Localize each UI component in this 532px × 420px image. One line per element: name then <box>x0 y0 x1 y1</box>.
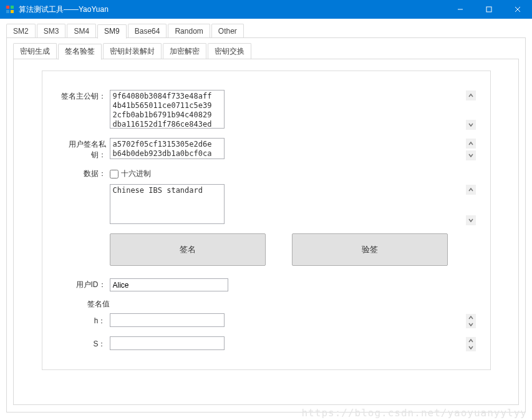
sub-tab-panel: 签名主公钥： 用户签名私钥： <box>13 59 519 405</box>
svg-rect-0 <box>6 6 9 9</box>
s-label: S： <box>56 339 110 349</box>
data-label: 数据： <box>56 168 110 179</box>
scrollbar <box>466 185 476 225</box>
s-input[interactable] <box>110 336 225 350</box>
window-client-area: SM2SM3SM4SM9Base64RandomOther 密钥生成签名验签密钥… <box>0 19 532 420</box>
top-tab-other[interactable]: Other <box>211 24 244 38</box>
top-tab-sm4[interactable]: SM4 <box>67 24 96 38</box>
scrollbar <box>466 139 476 160</box>
user-sign-sk-wrapper <box>110 138 476 161</box>
app-icon <box>5 4 15 14</box>
form-group: 签名主公钥： 用户签名私钥： <box>42 71 491 370</box>
s-wrapper <box>110 336 476 352</box>
scrollbar <box>466 90 476 130</box>
scroll-up-button[interactable] <box>466 139 476 149</box>
top-tab-sm9[interactable]: SM9 <box>97 24 127 39</box>
top-tab-sm2[interactable]: SM2 <box>6 24 36 38</box>
user-id-label: 用户ID： <box>56 280 110 290</box>
svg-rect-3 <box>11 10 14 13</box>
scroll-down-button[interactable] <box>466 321 476 329</box>
sign-master-pk-wrapper <box>110 90 476 130</box>
window-title: 算法测试工具——YaoYuan <box>19 4 446 15</box>
top-tab-panel: 密钥生成签名验签密钥封装解封加密解密密钥交换 签名主公钥： <box>6 37 526 413</box>
user-sign-sk-input[interactable] <box>110 138 225 159</box>
sign-master-pk-label: 签名主公钥： <box>56 90 110 102</box>
sub-tab-strip: 密钥生成签名验签密钥封装解封加密解密密钥交换 <box>13 43 519 59</box>
svg-rect-1 <box>11 6 14 9</box>
data-text-input[interactable] <box>110 184 225 224</box>
window-minimize-button[interactable] <box>446 0 475 19</box>
window-titlebar: 算法测试工具——YaoYuan <box>0 0 532 19</box>
top-tab-strip: SM2SM3SM4SM9Base64RandomOther <box>6 24 526 38</box>
scroll-down-button[interactable] <box>466 120 476 130</box>
data-text-wrapper <box>110 184 476 226</box>
hex-checkbox[interactable] <box>110 170 118 178</box>
scroll-down-button[interactable] <box>466 344 476 352</box>
window-maximize-button[interactable] <box>475 0 503 19</box>
sub-tab[interactable]: 加密解密 <box>163 43 206 59</box>
sign-master-pk-input[interactable] <box>110 90 225 129</box>
h-input[interactable] <box>110 313 225 327</box>
verify-button[interactable]: 验签 <box>292 233 448 266</box>
hex-checkbox-label: 十六进制 <box>121 168 151 179</box>
hex-checkbox-wrapper[interactable]: 十六进制 <box>110 168 151 179</box>
svg-rect-5 <box>486 7 491 12</box>
sub-tab[interactable]: 密钥生成 <box>13 43 57 59</box>
scroll-up-button[interactable] <box>466 337 476 344</box>
window-close-button[interactable] <box>503 0 532 19</box>
top-tab-sm3[interactable]: SM3 <box>37 24 66 38</box>
scroll-up-button[interactable] <box>466 90 476 100</box>
sub-tab[interactable]: 密钥交换 <box>208 43 251 59</box>
user-id-input[interactable] <box>110 278 228 291</box>
sign-value-section-label: 签名值 <box>87 299 476 310</box>
svg-rect-2 <box>6 10 9 13</box>
scroll-down-button[interactable] <box>466 215 476 225</box>
scroll-up-button[interactable] <box>466 314 476 321</box>
top-tab-random[interactable]: Random <box>168 24 210 38</box>
sub-tab[interactable]: 密钥封装解封 <box>103 43 162 59</box>
scrollbar <box>466 314 476 328</box>
spacer <box>56 184 110 185</box>
scroll-up-button[interactable] <box>466 185 476 195</box>
sign-button[interactable]: 签名 <box>110 233 266 266</box>
scroll-down-button[interactable] <box>466 150 476 160</box>
h-label: h： <box>56 316 110 326</box>
scrollbar <box>466 337 476 351</box>
top-tab-base64[interactable]: Base64 <box>128 24 167 38</box>
user-sign-sk-label: 用户签名私钥： <box>56 138 110 160</box>
sub-tab[interactable]: 签名验签 <box>58 44 102 60</box>
h-wrapper <box>110 313 476 329</box>
